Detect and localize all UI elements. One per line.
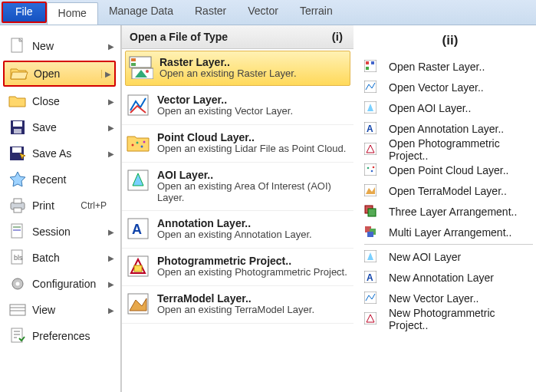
batch-icon: bls — [8, 249, 28, 266]
svg-rect-7 — [14, 199, 21, 203]
type-title: Point Cloud Layer.. — [157, 131, 346, 143]
rmenu-label: New Vector Layer.. — [389, 292, 479, 305]
menu-batch-label: Batch — [32, 252, 108, 264]
tab-home[interactable]: Home — [47, 2, 98, 25]
svg-text:A: A — [367, 124, 373, 134]
type-vector-layer[interactable]: Vector Layer..Open an existing Vector La… — [122, 87, 353, 125]
rmenu-three-layer[interactable]: Three Layer Arrangement.. — [364, 201, 536, 222]
submenu-arrow-icon: ▶ — [108, 280, 120, 288]
type-annotation-layer[interactable]: A Annotation Layer..Open an existing Ann… — [122, 211, 353, 249]
annotation-icon: A — [364, 271, 378, 285]
type-title: Raster Layer.. — [159, 56, 297, 68]
type-title: AOI Layer.. — [157, 169, 347, 181]
svg-point-25 — [146, 70, 149, 73]
svg-rect-61 — [367, 232, 373, 237]
right-menu-panel: (ii) Open Raster Layer.. Open Vector Lay… — [353, 25, 536, 392]
terramodel-icon — [364, 184, 378, 198]
type-photogrammetric-project[interactable]: Photogrammetric Project..Open an existin… — [122, 249, 353, 286]
type-title: Photogrammetric Project.. — [157, 255, 347, 267]
svg-rect-8 — [14, 208, 21, 212]
svg-point-29 — [141, 146, 143, 148]
svg-rect-41 — [366, 61, 369, 64]
folder-open-icon — [9, 65, 29, 82]
menu-new[interactable]: New ▶ — [0, 33, 120, 59]
rmenu-label: New Annotation Layer — [389, 272, 494, 284]
photogrammetric-icon — [364, 143, 378, 156]
rmenu-multi-layer[interactable]: Multi Layer Arrangement.. — [364, 222, 536, 242]
separator — [364, 244, 533, 245]
svg-rect-37 — [134, 265, 142, 272]
menu-session-label: Session — [32, 226, 108, 238]
menu-preferences[interactable]: Preferences — [0, 323, 120, 349]
rmenu-open-raster[interactable]: Open Raster Layer.. — [364, 56, 536, 77]
rmenu-new-annotation[interactable]: ANew Annotation Layer — [364, 267, 536, 288]
menu-print-label: Print — [32, 199, 81, 212]
annotation-layer-icon: A — [127, 217, 151, 242]
svg-rect-42 — [366, 67, 369, 70]
session-icon — [8, 223, 28, 240]
menu-open[interactable]: Open ▶ — [3, 61, 116, 87]
multi-layer-icon — [364, 226, 378, 239]
open-type-title: Open a File of Type — [130, 31, 228, 43]
rmenu-new-vector[interactable]: New Vector Layer.. — [364, 288, 536, 308]
svg-rect-3 — [14, 129, 21, 133]
photogrammetric-icon — [127, 255, 151, 279]
rmenu-open-photogrammetric[interactable]: Open Photogrammetric Project.. — [364, 139, 536, 160]
type-point-cloud-layer[interactable]: Point Cloud Layer..Open an existing Lida… — [122, 125, 353, 163]
menu-close-label: Close — [32, 95, 108, 107]
annotation-icon: A — [364, 122, 378, 136]
rmenu-open-aoi[interactable]: Open AOI Layer.. — [364, 97, 536, 118]
rmenu-open-terramodel[interactable]: Open TerraModel Layer.. — [364, 180, 536, 201]
menu-save-as[interactable]: Save As ▶ — [0, 140, 120, 166]
menu-close[interactable]: Close ▶ — [0, 88, 120, 114]
star-icon — [8, 171, 28, 188]
tab-manage-data[interactable]: Manage Data — [98, 0, 184, 25]
rmenu-label: Three Layer Arrangement.. — [389, 206, 517, 218]
rmenu-new-photogrammetric[interactable]: New Photogrammetric Project.. — [364, 308, 536, 329]
menu-save[interactable]: Save ▶ — [0, 114, 120, 140]
svg-point-53 — [371, 170, 373, 172]
rmenu-open-vector[interactable]: Open Vector Layer.. — [364, 77, 536, 97]
svg-rect-21 — [131, 58, 136, 61]
photogrammetric-icon — [364, 312, 378, 326]
svg-rect-5 — [12, 147, 21, 153]
tab-raster[interactable]: Raster — [184, 0, 237, 25]
menu-view[interactable]: View ▶ — [0, 297, 120, 323]
menu-save-label: Save — [32, 121, 108, 133]
gear-icon — [8, 275, 28, 292]
submenu-arrow-icon: ▶ — [108, 254, 120, 262]
folder-icon — [8, 93, 28, 110]
menu-print[interactable]: Print Ctrl+P — [0, 193, 120, 219]
svg-rect-43 — [371, 61, 374, 64]
rmenu-open-point-cloud[interactable]: Open Point Cloud Layer.. — [364, 160, 536, 180]
type-title: Vector Layer.. — [157, 94, 293, 106]
new-icon — [8, 38, 28, 54]
type-title: Annotation Layer.. — [157, 217, 312, 229]
rmenu-label: Open AOI Layer.. — [389, 102, 471, 114]
annotation-i: (i) — [332, 30, 343, 43]
rmenu-label: Open Point Cloud Layer.. — [389, 164, 508, 176]
menu-configuration[interactable]: Configuration ▶ — [0, 271, 120, 297]
type-desc: Open an existing Photogrammetric Project… — [157, 267, 347, 278]
menu-recent[interactable]: Recent — [0, 166, 120, 193]
menu-session[interactable]: Session ▶ — [0, 219, 120, 245]
svg-point-15 — [16, 282, 20, 286]
type-aoi-layer[interactable]: AOI Layer..Open an existing Area Of Inte… — [122, 163, 353, 211]
rmenu-label: Open TerraModel Layer.. — [389, 185, 507, 197]
tab-terrain[interactable]: Terrain — [289, 0, 344, 25]
rmenu-label: New AOI Layer — [389, 251, 461, 263]
tab-vector[interactable]: Vector — [237, 0, 289, 25]
type-title: TerraModel Layer.. — [157, 292, 314, 305]
menu-batch[interactable]: bls Batch ▶ — [0, 245, 120, 271]
type-raster-layer[interactable]: Raster Layer..Open an existing Raster La… — [125, 51, 350, 86]
vector-icon — [364, 81, 378, 94]
svg-rect-11 — [13, 229, 21, 231]
rmenu-open-annotation[interactable]: AOpen Annotation Layer.. — [364, 118, 536, 139]
rmenu-new-aoi[interactable]: New AOI Layer — [364, 246, 536, 267]
svg-text:bls: bls — [14, 254, 23, 262]
svg-text:A: A — [132, 222, 142, 237]
type-desc: Open an existing Lidar File as Point Clo… — [157, 143, 346, 155]
submenu-arrow-icon: ▶ — [108, 306, 120, 315]
tab-file[interactable]: File — [2, 2, 47, 23]
type-terramodel-layer[interactable]: TerraModel Layer..Open an existing Terra… — [122, 286, 353, 324]
